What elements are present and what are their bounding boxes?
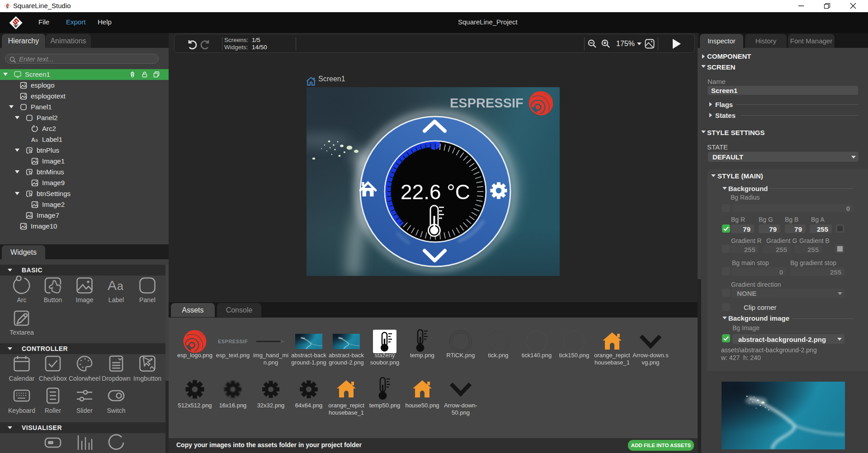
svg-text:ESPRESSIF: ESPRESSIF xyxy=(450,96,524,110)
svg-text:22.6 °C: 22.6 °C xyxy=(401,180,470,204)
